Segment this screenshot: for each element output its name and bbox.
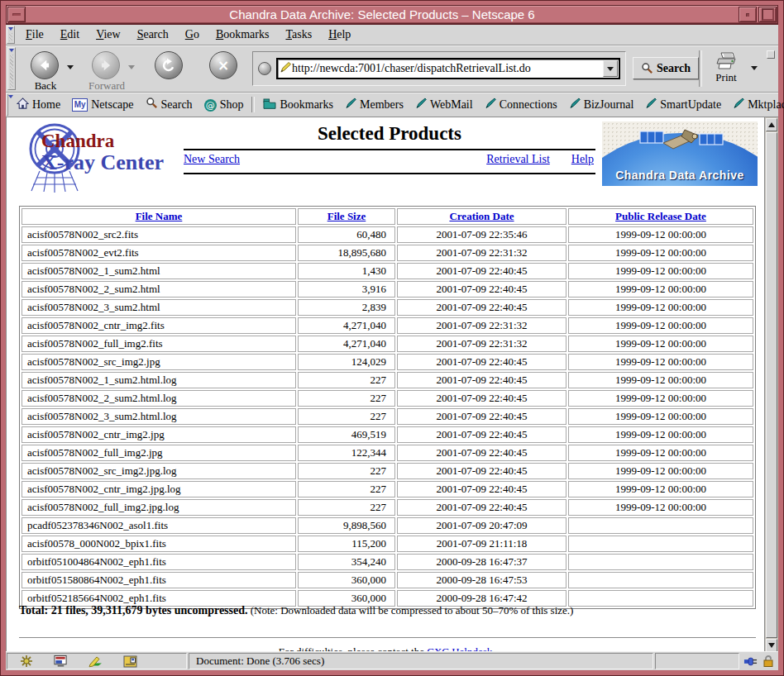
scroll-up-button[interactable]	[766, 118, 777, 131]
menu-item-bookmarks[interactable]: Bookmarks	[208, 26, 278, 44]
back-dropdown-arrow[interactable]	[67, 65, 74, 69]
pen-icon	[485, 98, 496, 112]
titlebar[interactable]: Chandra Data Archive: Selected Products …	[6, 5, 778, 24]
file-name-cell: acisf00578N002_1_sum2.html.log	[22, 372, 296, 388]
stop-button[interactable]: ×	[209, 51, 237, 79]
lock-icon[interactable]	[761, 655, 775, 668]
menu-item-tasks[interactable]: Tasks	[277, 26, 320, 44]
file-size-cell: 469,519	[298, 426, 395, 443]
personal-bookmark-shop[interactable]: @Shop	[198, 97, 250, 113]
file-size-cell: 115,200	[298, 536, 395, 552]
menu-item-file[interactable]: File	[17, 26, 52, 44]
personal-toolbar-divider	[251, 97, 255, 112]
scroll-down-button[interactable]	[766, 639, 777, 652]
personal-bookmark-webmail[interactable]: WebMail	[409, 96, 479, 114]
table-row: acisf00578N002_src_img2.jpg.log2272001-0…	[22, 463, 753, 479]
composer-icon[interactable]	[88, 655, 103, 668]
url-dropdown-button[interactable]	[603, 60, 618, 77]
release-date-cell: 1999-09-12 00:00:00	[568, 426, 753, 443]
file-name-cell: acisf00578N002_2_sum2.html.log	[22, 390, 296, 407]
release-date-cell	[568, 554, 753, 570]
retrieval-list-link[interactable]: Retrieval List	[486, 153, 550, 166]
personal-bookmark-bizjournal[interactable]: BizJournal	[563, 96, 640, 114]
toolbar-overflow-button[interactable]	[767, 50, 775, 59]
personal-bookmark-mktplace[interactable]: Mktplace	[727, 96, 784, 114]
table-row: acisf00578N002_2_sum2.html3,9162001-07-0…	[22, 281, 753, 298]
personal-bookmark-label: Search	[161, 98, 193, 112]
print-button[interactable]: Print	[707, 50, 745, 87]
bookmark-anchor-icon[interactable]	[258, 62, 271, 75]
reload-button[interactable]	[155, 51, 183, 79]
personal-bookmark-connections[interactable]: Connections	[479, 96, 563, 114]
menubar-grippy[interactable]	[7, 26, 15, 44]
back-button[interactable]	[31, 51, 59, 79]
sort-link-file-name[interactable]: File Name	[136, 210, 183, 222]
menu-item-view[interactable]: View	[88, 26, 129, 44]
print-dropdown-arrow[interactable]	[751, 66, 758, 70]
file-name-cell: orbitf051004864N002_eph1.fits	[22, 554, 296, 570]
page: Chandra X-ray Center Selected Products N…	[7, 117, 764, 653]
minimize-button[interactable]	[739, 7, 757, 22]
file-size-cell: 227	[298, 481, 395, 497]
browser-icon[interactable]	[54, 655, 68, 668]
forward-dropdown-arrow[interactable]	[128, 65, 135, 69]
vertical-scrollbar[interactable]	[764, 117, 778, 653]
personalbar-grippy[interactable]	[7, 93, 8, 116]
file-size-cell: 227	[298, 408, 395, 425]
navigator-gear-icon[interactable]	[19, 655, 33, 668]
scrollbar-thumb[interactable]	[766, 132, 777, 638]
page-proxy-icon[interactable]	[280, 62, 292, 76]
table-row: acisf00578N002_3_sum2.html.log2272001-07…	[22, 408, 753, 425]
release-date-cell	[568, 517, 753, 534]
new-search-link[interactable]: New Search	[184, 153, 240, 166]
help-link[interactable]: Help	[571, 153, 594, 166]
sort-link-public-release-date[interactable]: Public Release Date	[615, 210, 706, 222]
navbar-grippy[interactable]	[7, 47, 16, 90]
personal-bookmark-label: Mktplace	[748, 98, 784, 112]
release-date-cell: 1999-09-12 00:00:00	[568, 354, 753, 370]
header-middle: Selected Products New Search Retrieval L…	[184, 121, 595, 194]
table-row: acisf00578N002_src2.fits60,4802001-07-09…	[22, 226, 753, 243]
personal-bookmark-home[interactable]: Home	[11, 96, 66, 114]
personal-bookmark-search[interactable]: Search	[140, 95, 198, 114]
file-size-cell: 4,271,040	[298, 336, 395, 352]
navigation-toolbar: Back Forward ×	[6, 45, 778, 93]
creation-date-cell: 2001-07-09 22:31:32	[397, 336, 566, 352]
sort-link-file-size[interactable]: File Size	[327, 210, 366, 222]
plug-icon[interactable]	[743, 655, 758, 668]
print-button-label: Print	[715, 71, 736, 83]
menu-item-edit[interactable]: Edit	[52, 26, 88, 44]
personal-bookmark-label: Home	[32, 98, 60, 112]
table-row: acisf00578N002_1_sum2.html.log2272001-07…	[22, 372, 753, 388]
file-name-cell: acisf00578N002_full_img2.jpg.log	[22, 499, 296, 516]
menu-item-help[interactable]: Help	[320, 26, 359, 44]
maximize-button[interactable]	[758, 7, 777, 22]
table-row: acisf00578N002_src_img2.jpg124,0292001-0…	[22, 354, 753, 370]
forward-button[interactable]	[92, 51, 120, 79]
personal-bookmark-bookmarks[interactable]: Bookmarks	[257, 96, 339, 114]
magnifier-icon	[641, 62, 653, 74]
creation-date-cell: 2001-07-09 22:40:45	[397, 299, 566, 316]
menu-item-go[interactable]: Go	[177, 26, 208, 44]
window-menu-button[interactable]	[7, 7, 26, 22]
file-name-cell: acisf00578N002_2_sum2.html	[22, 281, 296, 298]
creation-date-cell: 2001-07-09 22:40:45	[397, 445, 566, 461]
menu-item-search[interactable]: Search	[129, 26, 177, 44]
file-size-cell: 360,000	[298, 572, 395, 588]
component-bar	[7, 653, 187, 669]
sort-link-creation-date[interactable]: Creation Date	[449, 210, 514, 222]
search-button[interactable]: Search	[633, 57, 699, 79]
column-header-file-name: File Name	[22, 208, 296, 225]
table-row: acisf00578N002_3_sum2.html2,8392001-07-0…	[22, 299, 753, 316]
cda-banner: Chandra Data Archive	[602, 121, 758, 186]
addressbook-icon[interactable]	[123, 655, 137, 668]
url-bar-group	[252, 51, 626, 86]
personal-bookmark-members[interactable]: Members	[339, 96, 409, 114]
file-name-cell: acisf00578N002_3_sum2.html.log	[22, 408, 296, 425]
personal-bookmark-smartupdate[interactable]: SmartUpdate	[639, 96, 727, 114]
creation-date-cell: 2001-07-09 22:40:45	[397, 263, 566, 279]
creation-date-cell: 2001-07-09 21:11:18	[397, 536, 566, 552]
personal-bookmark-netscape[interactable]: MyNetscape	[66, 96, 139, 113]
search-icon	[146, 97, 158, 112]
url-input[interactable]	[292, 62, 603, 75]
